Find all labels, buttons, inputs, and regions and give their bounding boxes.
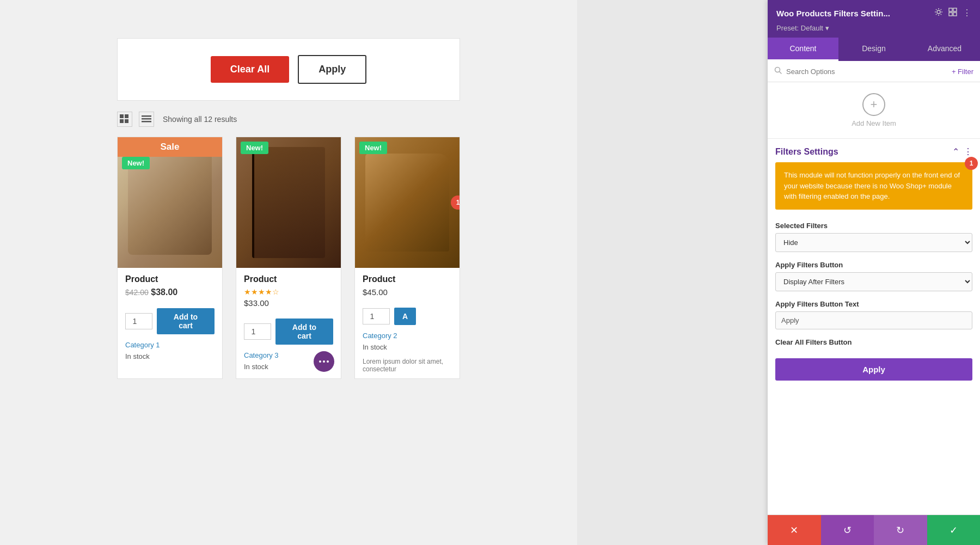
price-3: $45.00 <box>363 287 452 297</box>
cancel-icon: ✕ <box>790 524 798 536</box>
new-badge-2: New! <box>241 142 268 154</box>
apply-filters-button-select[interactable]: Display After Filters Hide Show <box>775 272 972 291</box>
sale-banner: Sale <box>118 137 222 157</box>
bottom-action-bar: ✕ ↺ ↻ ✓ <box>768 515 980 545</box>
price-current-1: $38.00 <box>151 287 177 297</box>
add-new-item-area: + Add New Item <box>768 82 980 139</box>
undo-bottom-button[interactable]: ↺ <box>821 515 874 545</box>
apply-panel-button[interactable]: Apply <box>775 358 972 381</box>
section-chevron-up[interactable]: ⌃ <box>952 146 959 157</box>
clear-all-filters-group: Clear All Filters Button <box>768 334 980 354</box>
warning-text: This module will not function properly o… <box>784 171 960 200</box>
section-header: Filters Settings ⌃ ⋮ <box>768 146 980 162</box>
preset-row[interactable]: Preset: Default ▾ <box>776 24 971 32</box>
section-header-icons: ⌃ ⋮ <box>952 146 972 157</box>
add-to-cart-button-1[interactable]: Add to cart <box>157 308 215 334</box>
apply-button[interactable]: Apply <box>298 55 366 84</box>
selected-filters-group: Selected Filters Hide Show <box>768 217 980 256</box>
apply-filters-text-label: Apply Filters Button Text <box>775 300 972 308</box>
add-new-item-label: Add New Item <box>852 119 896 127</box>
products-grid: Sale New! Product $42.00 $38.00 Add to c… <box>0 131 577 379</box>
panel-title: Woo Products Filters Settin... <box>776 9 890 18</box>
tab-content[interactable]: Content <box>768 38 838 61</box>
redo-bottom-button[interactable]: ↻ <box>874 515 927 545</box>
layout-icon[interactable] <box>948 8 957 19</box>
preset-label: Preset: Default <box>776 24 823 32</box>
settings-icon[interactable] <box>934 8 943 19</box>
product-stock-3: In stock <box>355 342 460 357</box>
svg-rect-1 <box>125 114 128 118</box>
new-badge-1: New! <box>122 157 150 169</box>
more-icon[interactable]: ⋮ <box>963 8 971 19</box>
svg-rect-13 <box>949 13 952 16</box>
list-view-icon[interactable] <box>139 112 154 127</box>
add-to-cart-button-3[interactable]: A <box>394 308 416 325</box>
svg-rect-11 <box>949 8 952 11</box>
qty-input-3[interactable] <box>363 308 390 324</box>
product-info-3: Product $45.00 <box>355 268 460 303</box>
redo-icon: ↻ <box>896 524 904 536</box>
svg-rect-5 <box>142 118 151 120</box>
svg-rect-0 <box>120 114 124 118</box>
view-controls: Showing all 12 results <box>0 101 577 131</box>
search-icon <box>774 66 782 76</box>
results-text: Showing all 12 results <box>163 115 237 124</box>
product-card-2: New! Product ★★★★☆ $33.00 Add to cart Ca… <box>236 137 341 379</box>
filter-buttons-area: Clear All Apply <box>117 38 460 101</box>
svg-point-8 <box>323 360 325 363</box>
product-info-1: Product $42.00 $38.00 <box>118 268 222 304</box>
panel-header: Woo Products Filters Settin... ⋮ Preset:… <box>768 0 980 38</box>
product-card-3: New! 1 Product $45.00 A Category 2 In st… <box>354 137 460 379</box>
right-panel: Woo Products Filters Settin... ⋮ Preset:… <box>768 0 980 545</box>
selected-filters-label: Selected Filters <box>775 222 972 230</box>
product-image-1: Sale New! <box>118 137 222 268</box>
confirm-icon: ✓ <box>950 524 958 536</box>
qty-input-2[interactable] <box>244 323 271 340</box>
main-content: Clear All Apply Showing all 12 results <box>0 0 577 545</box>
apply-filters-text-input[interactable] <box>775 311 972 329</box>
product-img-shape-3 <box>365 154 449 252</box>
product-category-1[interactable]: Category 1 <box>118 339 222 351</box>
svg-rect-6 <box>142 121 151 123</box>
more-options-button[interactable] <box>314 351 334 372</box>
section-title: Filters Settings <box>775 147 838 157</box>
product-name-3: Product <box>363 274 452 284</box>
svg-point-7 <box>319 360 321 363</box>
search-options-input[interactable] <box>786 68 947 76</box>
svg-point-10 <box>937 10 940 14</box>
apply-filters-button-group: Apply Filters Button Display After Filte… <box>768 256 980 296</box>
clear-all-filters-label: Clear All Filters Button <box>775 338 972 346</box>
tab-design[interactable]: Design <box>838 38 909 61</box>
qty-input-1[interactable] <box>125 313 152 329</box>
new-badge-3: New! <box>359 142 387 154</box>
tab-advanced[interactable]: Advanced <box>909 38 980 61</box>
panel-search-row: + Filter <box>768 61 980 82</box>
section-more-icon[interactable]: ⋮ <box>964 146 972 157</box>
add-to-cart-button-2[interactable]: Add to cart <box>275 319 333 345</box>
warning-box: This module will not function properly o… <box>775 162 972 210</box>
product-img-shape-2 <box>252 147 325 258</box>
add-new-item-button[interactable]: + <box>862 93 885 116</box>
price-original-1: $42.00 <box>125 288 149 297</box>
add-to-cart-row-3: A <box>355 303 460 329</box>
filter-button[interactable]: + Filter <box>952 68 973 76</box>
selected-filters-select[interactable]: Hide Show <box>775 233 972 252</box>
filters-settings-section: Filters Settings ⌃ ⋮ This module will no… <box>768 139 980 515</box>
product-category-3[interactable]: Category 2 <box>355 329 460 342</box>
product-name-2: Product <box>244 274 333 284</box>
cancel-bottom-button[interactable]: ✕ <box>768 515 821 545</box>
panel-title-row: Woo Products Filters Settin... ⋮ <box>776 8 971 19</box>
clear-all-button[interactable]: Clear All <box>211 56 289 83</box>
product-lorem-3: Lorem ipsum dolor sit amet, consectetur <box>355 357 460 378</box>
warning-badge: 1 <box>965 157 978 170</box>
svg-rect-2 <box>120 119 124 123</box>
svg-rect-4 <box>142 115 151 117</box>
product-name-1: Product <box>125 274 215 284</box>
confirm-bottom-button[interactable]: ✓ <box>927 515 981 545</box>
notification-badge: 1 <box>451 195 460 210</box>
grid-view-icon[interactable] <box>117 112 132 127</box>
product-info-2: Product ★★★★☆ $33.00 <box>236 268 341 314</box>
add-to-cart-row-1: Add to cart <box>118 304 222 339</box>
product-card: Sale New! Product $42.00 $38.00 Add to c… <box>117 137 223 379</box>
svg-rect-3 <box>125 119 128 123</box>
